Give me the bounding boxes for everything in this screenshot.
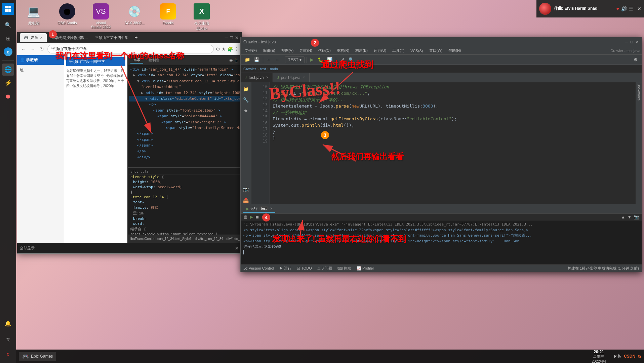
visual-studio-icon[interactable]: VS VisualStudio 2022	[87, 3, 114, 31]
windows-button[interactable]	[2, 3, 14, 15]
ime-status[interactable]: P 英	[614, 354, 621, 359]
taskbar-epic-games[interactable]: 🎮 Epic Games	[19, 352, 56, 361]
excel-icon[interactable]: X 今天来信息.xlsx	[188, 3, 215, 31]
ij-maximize-btn[interactable]: □	[631, 40, 633, 44]
device-mode-icon[interactable]: 📱	[234, 58, 239, 63]
my-computer-icon[interactable]: 💻 此电脑	[20, 3, 47, 31]
playlist-icon[interactable]: ☰	[629, 6, 633, 11]
address-bar[interactable]	[47, 45, 214, 53]
ij-close-btn[interactable]: ✕	[636, 40, 639, 44]
pds14-close-icon[interactable]: ✕	[303, 76, 305, 79]
version-control-tab[interactable]: ⎇ Version Control	[243, 266, 274, 271]
menu-tools[interactable]: 工具(T)	[390, 47, 407, 54]
camera-icon[interactable]: 📷	[242, 185, 250, 193]
inspect-element-icon[interactable]: ◉	[229, 58, 233, 63]
debug-btn[interactable]: 🐛	[316, 56, 324, 63]
refresh-button[interactable]: ↻	[39, 45, 45, 53]
toolbar-forward-btn[interactable]: →	[274, 56, 281, 63]
coverage-btn[interactable]: 📊	[326, 56, 334, 63]
problems-tab[interactable]: ⚠ 0 问题	[317, 266, 332, 271]
console-camera-btn[interactable]: 📷	[634, 214, 639, 219]
run-tab-close-btn[interactable]: ✕	[270, 207, 273, 210]
tab-edu[interactable]: 永动无间授验教据数...	[49, 35, 90, 40]
menu-code[interactable]: 代码(C)	[316, 47, 333, 54]
notification-icon[interactable]: 🔔	[2, 317, 14, 329]
inspector-tab-console[interactable]: 控制台	[146, 57, 162, 63]
volume-icon[interactable]: 🔊	[621, 6, 627, 11]
tab-school[interactable]: 平顶山市第十四中学	[92, 35, 131, 40]
menu-refactor[interactable]: 重构(R)	[334, 47, 352, 54]
editor-tab-pds14-java[interactable]: J pds14.java ✕	[273, 73, 310, 82]
terminal-tab[interactable]: ⌨ 终端	[337, 266, 351, 271]
console-down-btn[interactable]: ▼	[627, 214, 632, 219]
browser-tab-active[interactable]: 🎮 娱乐 ✕	[20, 33, 47, 42]
console-up-btn[interactable]: ▲	[621, 214, 625, 219]
git-btn[interactable]: ⎇	[338, 56, 346, 63]
intellij-taskbar-icon[interactable]: ⚡	[2, 77, 14, 89]
bookmark-icon[interactable]: ★	[222, 46, 226, 52]
console-stop-btn[interactable]: ⏹	[255, 214, 259, 219]
browser-taskbar-icon[interactable]: 🌐	[2, 64, 14, 76]
search-everywhere-btn[interactable]: 🔍	[347, 56, 355, 63]
music-close-button[interactable]: ✕	[637, 6, 641, 11]
ij-minimize-btn[interactable]: ─	[625, 40, 628, 44]
todo-tab[interactable]: ☑ TODO	[297, 266, 312, 271]
csdn-icon[interactable]: C	[2, 348, 14, 360]
menu-help[interactable]: 帮助(H)	[446, 47, 464, 54]
maximize-button[interactable]: □	[230, 35, 233, 40]
ime-icon[interactable]: 英	[2, 333, 14, 346]
toolbar-save-btn[interactable]: 💾	[253, 56, 261, 63]
menu-run[interactable]: 运行(U)	[371, 47, 389, 54]
run-tab-run[interactable]: ▶ 运行 test ✕	[243, 205, 275, 213]
editor-tab-test-java[interactable]: J test.java ✕	[241, 73, 273, 82]
run-config-btn[interactable]: ▶	[309, 56, 315, 63]
back-button[interactable]: ←	[20, 45, 27, 53]
html-line-selected[interactable]: ▼ <div class="editableContent" id="txtc_…	[129, 96, 240, 102]
breadcrumb-main[interactable]: main	[270, 67, 278, 71]
share-icon[interactable]: 📤	[242, 196, 250, 204]
structure-icon[interactable]: 🔧	[242, 96, 250, 104]
test-config-selector[interactable]: TEST ▾	[285, 56, 305, 63]
close-devtools-btn[interactable]: ✕	[235, 246, 239, 251]
csdn-tray-icon[interactable]: CSDN	[624, 354, 635, 359]
toolbar-back-btn[interactable]: ←	[265, 56, 272, 63]
breadcrumb-crawler[interactable]: Crawler	[243, 67, 256, 71]
project-icon[interactable]: 📁	[242, 85, 250, 93]
menu-build[interactable]: 构建(B)	[353, 47, 370, 54]
close-button[interactable]: ✕	[235, 35, 239, 40]
forward-button[interactable]: →	[29, 45, 37, 53]
favorites-icon[interactable]: ★	[242, 107, 249, 115]
settings-btn[interactable]: ⚙	[632, 56, 639, 63]
menu-window[interactable]: 窗口(W)	[427, 47, 445, 54]
console-cursor[interactable]	[243, 250, 244, 254]
obs-taskbar-icon[interactable]: ⏺	[2, 90, 14, 103]
new-tab-button[interactable]: +	[134, 35, 137, 41]
sidebar-home[interactable]: 地	[18, 66, 63, 74]
toolbar-open-btn[interactable]: 📁	[243, 56, 251, 63]
tab-close-icon[interactable]: ✕	[40, 36, 43, 40]
menu-file[interactable]: 文件(F)	[242, 47, 259, 54]
heart-icon[interactable]: ♥	[616, 6, 619, 11]
menu-icon[interactable]: ⋮	[234, 46, 239, 52]
console-clear-btn[interactable]: 🗑	[243, 214, 248, 219]
bookmarks-label[interactable]: Bookmarks	[637, 84, 641, 100]
console-run-btn[interactable]: ▶	[250, 214, 253, 219]
edge-icon[interactable]: e	[2, 46, 14, 58]
fandic-icon[interactable]: F Fandic	[155, 3, 182, 31]
code-editor[interactable]: // 因为实现外常我们会在这里使用throws IOException Stri…	[270, 82, 636, 204]
menu-navigate[interactable]: 导航(N)	[297, 47, 315, 54]
extension-icon[interactable]: 🧩	[227, 46, 233, 52]
expand-devtools-btn[interactable]: 全部显示	[20, 246, 35, 251]
taskview-icon[interactable]: ⊞	[2, 32, 14, 44]
profiler-tab[interactable]: 📈 Profiler	[357, 266, 374, 271]
minimize-button[interactable]: ─	[225, 35, 228, 40]
scx-icon[interactable]: 💿 SCX 3800...	[121, 3, 148, 31]
menu-view[interactable]: 视图(V)	[279, 47, 296, 54]
search-icon[interactable]: 🔍	[2, 19, 14, 31]
console-rerun-btn[interactable]: ↺	[261, 214, 265, 219]
breadcrumb-test[interactable]: test	[260, 67, 266, 71]
inspector-tab-elements[interactable]: 元素	[130, 56, 143, 64]
run-status-tab[interactable]: ▶ 运行	[279, 266, 291, 271]
test-java-close-icon[interactable]: ✕	[266, 76, 269, 79]
menu-edit[interactable]: 编辑(E)	[260, 47, 278, 54]
